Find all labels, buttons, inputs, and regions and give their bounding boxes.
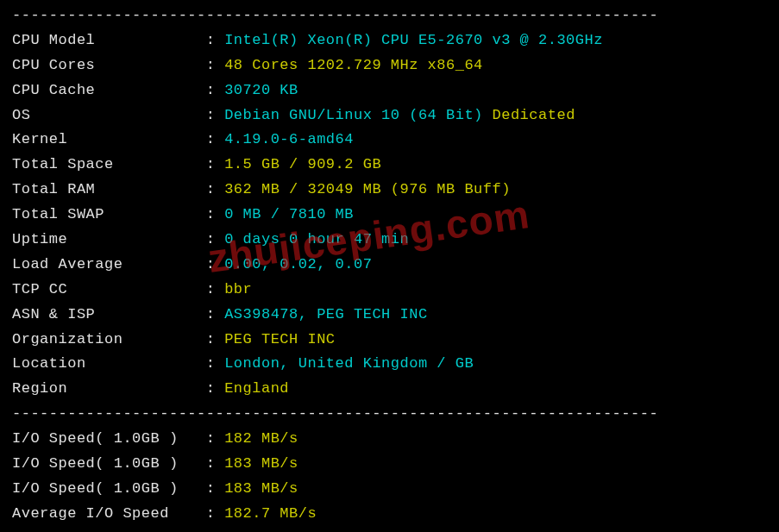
io-value: 182 MB/s — [224, 430, 298, 447]
separator: : — [206, 430, 224, 447]
separator: : — [206, 57, 224, 73]
info-label: Region — [12, 380, 206, 397]
info-value: 362 MB / 32049 MB (976 MB Buff) — [224, 181, 511, 197]
io-speed-block: I/O Speed( 1.0GB ) : 182 MB/sI/O Speed( … — [12, 427, 767, 527]
separator: : — [206, 281, 224, 297]
info-label: TCP CC — [12, 281, 206, 297]
io-row: Average I/O Speed : 182.7 MB/s — [12, 502, 767, 527]
io-value: 182.7 MB/s — [224, 505, 317, 522]
separator: : — [206, 156, 224, 172]
info-value: Debian GNU/Linux 10 (64 Bit) — [224, 107, 492, 123]
separator: : — [206, 82, 224, 98]
info-row: Region : England — [12, 377, 767, 402]
separator: : — [206, 355, 224, 372]
info-label: CPU Model — [12, 32, 206, 48]
info-value: 4.19.0-6-amd64 — [224, 131, 354, 147]
info-label: Load Average — [12, 256, 206, 272]
info-value: 0.00, 0.02, 0.07 — [224, 256, 372, 272]
separator: : — [206, 131, 224, 147]
info-value: 30720 KB — [224, 82, 298, 98]
info-label: Kernel — [12, 131, 206, 147]
info-row: CPU Model : Intel(R) Xeon(R) CPU E5-2670… — [12, 28, 767, 53]
info-row: Location : London, United Kingdom / GB — [12, 352, 767, 377]
separator: : — [206, 505, 224, 522]
io-row: I/O Speed( 1.0GB ) : 183 MB/s — [12, 477, 767, 502]
io-label: I/O Speed( 1.0GB ) — [12, 430, 206, 447]
info-label: Organization — [12, 331, 206, 347]
separator: : — [206, 331, 224, 347]
info-row: Organization : PEG TECH INC — [12, 328, 767, 353]
separator: : — [206, 32, 224, 48]
info-value: 0 MB / 7810 MB — [224, 206, 354, 222]
io-value: 183 MB/s — [224, 455, 298, 472]
separator: : — [206, 231, 224, 247]
info-row: CPU Cache : 30720 KB — [12, 78, 767, 103]
info-label: OS — [12, 107, 206, 123]
separator: : — [206, 256, 224, 272]
info-value: 1.5 GB / 909.2 GB — [224, 156, 381, 172]
info-row: Total Space : 1.5 GB / 909.2 GB — [12, 153, 767, 178]
io-row: I/O Speed( 1.0GB ) : 182 MB/s — [12, 427, 767, 452]
info-value: 0 days 0 hour 47 min — [224, 231, 409, 247]
io-label: Average I/O Speed — [12, 505, 206, 522]
io-label: I/O Speed( 1.0GB ) — [12, 455, 206, 472]
io-label: I/O Speed( 1.0GB ) — [12, 480, 206, 497]
system-info-block: CPU Model : Intel(R) Xeon(R) CPU E5-2670… — [12, 28, 767, 402]
io-row: I/O Speed( 1.0GB ) : 183 MB/s — [12, 452, 767, 477]
separator: : — [206, 306, 224, 322]
info-row: CPU Cores : 48 Cores 1202.729 MHz x86_64 — [12, 53, 767, 78]
info-row: Kernel : 4.19.0-6-amd64 — [12, 128, 767, 153]
info-value: England — [224, 380, 289, 397]
info-value: Dedicated — [493, 107, 575, 123]
separator: : — [206, 480, 224, 497]
io-value: 183 MB/s — [224, 480, 298, 497]
divider-bot: ----------------------------------------… — [12, 527, 767, 532]
info-value: 48 Cores 1202.729 MHz x86_64 — [224, 57, 483, 73]
info-label: CPU Cores — [12, 57, 206, 73]
info-row: Total SWAP : 0 MB / 7810 MB — [12, 203, 767, 228]
info-label: Total RAM — [12, 181, 206, 197]
info-value: London, United Kingdom / GB — [224, 355, 474, 372]
info-label: Location — [12, 355, 206, 372]
info-row: Uptime : 0 days 0 hour 47 min — [12, 228, 767, 253]
terminal-output: ----------------------------------------… — [0, 0, 779, 532]
separator: : — [206, 206, 224, 222]
info-row: OS : Debian GNU/Linux 10 (64 Bit) Dedica… — [12, 103, 767, 128]
separator: : — [206, 455, 224, 472]
divider-mid: ----------------------------------------… — [12, 402, 767, 427]
info-row: Total RAM : 362 MB / 32049 MB (976 MB Bu… — [12, 178, 767, 203]
info-label: Total SWAP — [12, 206, 206, 222]
info-label: ASN & ISP — [12, 306, 206, 322]
separator: : — [206, 181, 224, 197]
info-row: TCP CC : bbr — [12, 278, 767, 303]
info-row: Load Average : 0.00, 0.02, 0.07 — [12, 253, 767, 278]
separator: : — [206, 380, 224, 397]
info-value: AS398478, PEG TECH INC — [224, 306, 427, 322]
separator: : — [206, 107, 224, 123]
info-value: PEG TECH INC — [224, 331, 335, 347]
info-label: Total Space — [12, 156, 206, 172]
info-label: Uptime — [12, 231, 206, 247]
info-value: bbr — [224, 281, 252, 297]
info-label: CPU Cache — [12, 82, 206, 98]
divider-top: ----------------------------------------… — [12, 3, 767, 28]
info-row: ASN & ISP : AS398478, PEG TECH INC — [12, 303, 767, 328]
info-value: Intel(R) Xeon(R) CPU E5-2670 v3 @ 2.30GH… — [224, 32, 603, 48]
